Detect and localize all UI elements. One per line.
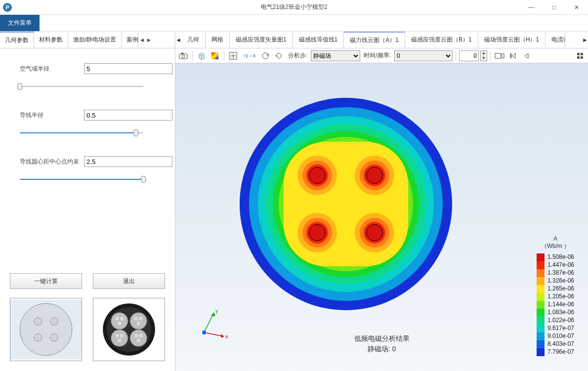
svg-marker-50 (211, 313, 215, 316)
svg-point-52 (202, 330, 206, 334)
svg-point-36 (262, 53, 268, 59)
svg-point-16 (134, 317, 138, 321)
svg-point-9 (111, 312, 128, 330)
tab-contour1[interactable]: 磁感线等值线1 (293, 32, 344, 48)
result-caption: 低频电磁分析结果 静磁场: 0 (354, 333, 410, 354)
compute-button[interactable]: 一键计算 (10, 273, 82, 289)
right-tabs: ◄ 几何 网格 磁感应强度矢量图1 磁感线等值线1 磁力线云图（A）1 磁感应强… (175, 32, 588, 48)
exit-button[interactable]: 退出 (93, 273, 165, 289)
rtab-nav-right-icon[interactable]: ► (582, 37, 588, 43)
color-legend: A （Wb/m ） 1.508e-061.447e-061.387e-061.3… (537, 235, 574, 356)
wire-center-distance-input[interactable] (84, 156, 172, 167)
skip-back-icon[interactable] (507, 50, 519, 62)
minimize-button[interactable]: — (520, 0, 543, 15)
frame-spinner[interactable]: ▲▼ (480, 50, 487, 61)
right-panel: ◄ 几何 网格 磁感应强度矢量图1 磁感线等值线1 磁力线云图（A）1 磁感应强… (175, 32, 588, 371)
file-menu[interactable]: 文件菜单 (0, 15, 40, 31)
result-toolbar: ↑y→x 分析步: 静磁场 时间/频率: 0 ▲▼ (175, 48, 588, 63)
time-freq-select[interactable]: 0 (394, 50, 453, 61)
tab-nav-right-icon[interactable]: ► (145, 37, 152, 43)
tab-mesh[interactable]: 网格 (206, 32, 230, 48)
viewport[interactable]: x y 低频电磁分析结果 静磁场: 0 A （Wb/m ） 1.508e-061… (175, 63, 588, 371)
svg-point-12 (130, 330, 147, 347)
contour-ring (366, 224, 383, 241)
wire-radius-input[interactable] (84, 110, 172, 121)
maximize-button[interactable]: □ (543, 0, 565, 15)
tab-cloud-b[interactable]: 磁感应强度云图（B）1 (405, 32, 478, 48)
svg-marker-47 (221, 334, 224, 338)
tab-excitation-settings[interactable]: 激励/静电场设置 (68, 32, 122, 48)
svg-point-15 (118, 322, 122, 326)
param-air-domain-radius: 空气域半径 (20, 63, 160, 90)
svg-rect-44 (577, 56, 580, 59)
geometry-thumbnail (10, 298, 82, 361)
svg-line-46 (204, 332, 224, 336)
svg-point-2 (34, 318, 42, 325)
svg-point-5 (50, 334, 58, 341)
camera-icon[interactable] (177, 50, 189, 62)
svg-text:y: y (215, 308, 218, 314)
toolbar-expand-icon[interactable] (574, 50, 586, 62)
svg-point-3 (50, 318, 58, 325)
axis-gizmo: x y (195, 307, 230, 341)
app-icon: P (3, 3, 12, 12)
refresh-icon[interactable] (273, 50, 285, 62)
title-bar: P 电气21级2班金小宁模型2 — □ ✕ (0, 0, 588, 15)
left-panel: 几何参数 材料参数 激励/静电场设置 案例 ◄ ► 空气域半径 导线半径 (0, 32, 175, 371)
tab-current[interactable]: 电流密 (546, 32, 565, 48)
svg-point-23 (139, 334, 143, 338)
tab-cloud-a[interactable]: 磁力线云图（A）1 (344, 32, 405, 48)
tab-material-params[interactable]: 材料参数 (34, 32, 68, 48)
svg-point-1 (20, 303, 72, 356)
left-tabs: 几何参数 材料参数 激励/静电场设置 案例 ◄ ► (0, 32, 175, 48)
svg-point-10 (130, 312, 147, 330)
svg-point-22 (134, 334, 138, 338)
param-label: 空气域半径 (20, 65, 84, 73)
tab-geometry-params[interactable]: 几何参数 (0, 32, 34, 48)
tab-cases[interactable]: 案例 (122, 32, 138, 48)
svg-text:x: x (225, 333, 228, 339)
svg-marker-41 (525, 53, 528, 58)
tab-geometry[interactable]: 几何 (181, 32, 206, 48)
air-domain-radius-slider[interactable] (20, 83, 143, 90)
svg-point-14 (120, 317, 124, 321)
svg-marker-40 (512, 53, 515, 58)
svg-point-20 (120, 334, 124, 338)
air-domain-radius-input[interactable] (84, 63, 172, 74)
axis-xy-icon[interactable]: ↑y→x (241, 50, 258, 62)
svg-point-4 (34, 334, 42, 341)
record-icon[interactable] (494, 50, 505, 62)
svg-rect-45 (581, 56, 583, 59)
svg-point-17 (139, 317, 143, 321)
fit-view-icon[interactable] (227, 50, 239, 62)
close-button[interactable]: ✕ (565, 0, 588, 15)
param-wire-center-distance: 导线圆心距中心点约束 (20, 156, 160, 183)
tab-vector1[interactable]: 磁感应强度矢量图1 (230, 32, 293, 48)
svg-point-21 (118, 338, 122, 342)
contour-ring (309, 224, 326, 241)
svg-rect-42 (577, 53, 580, 55)
svg-rect-32 (211, 52, 218, 59)
tab-cloud-h[interactable]: 磁场强度云图（H）1 (478, 32, 546, 48)
rainbow-cube-icon[interactable] (209, 50, 221, 62)
analysis-step-select[interactable]: 静磁场 (311, 50, 360, 61)
rtab-nav-left-icon[interactable]: ◄ (175, 37, 181, 43)
wire-radius-slider[interactable] (20, 129, 143, 136)
svg-point-13 (115, 317, 119, 321)
rotate-icon[interactable] (259, 50, 271, 62)
svg-point-18 (136, 322, 140, 326)
analysis-step-label: 分析步: (286, 51, 309, 60)
frame-input[interactable] (459, 50, 479, 61)
svg-point-8 (107, 307, 151, 352)
tab-nav-left-icon[interactable]: ◄ (138, 37, 145, 43)
param-label: 导线半径 (20, 111, 84, 120)
param-wire-radius: 导线半径 (20, 110, 160, 136)
svg-rect-43 (581, 53, 583, 55)
svg-point-24 (136, 338, 140, 342)
prev-icon[interactable] (520, 50, 532, 62)
wire-center-distance-slider[interactable] (20, 176, 143, 183)
cable-photo-thumbnail (93, 298, 165, 361)
contour-ring (366, 167, 383, 184)
cube-icon[interactable] (196, 50, 208, 62)
contour-ring (309, 167, 326, 184)
